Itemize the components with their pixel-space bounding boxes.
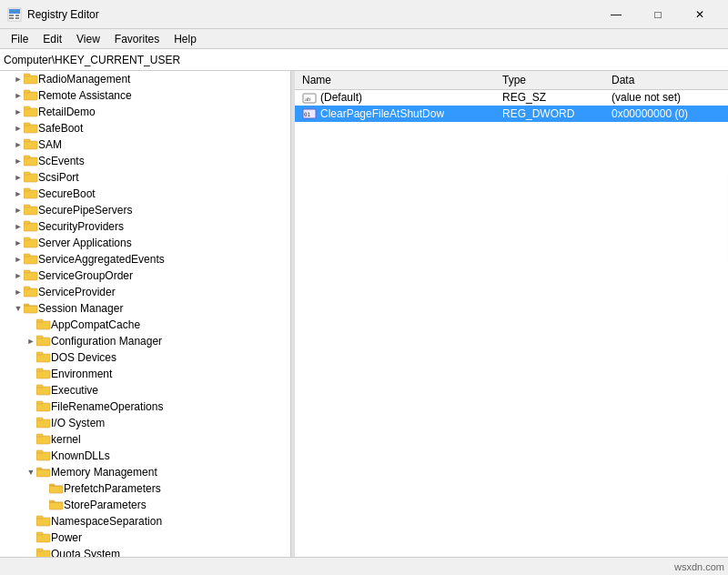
expand-btn-ioSystem[interactable] xyxy=(25,418,36,429)
tree-item-sessionManager[interactable]: ▼ Session Manager xyxy=(0,300,290,317)
folder-icon-serviceAggregatedEvents xyxy=(24,252,38,267)
tree-label-sessionManager: Session Manager xyxy=(38,302,123,315)
expand-btn-sessionManager[interactable]: ▼ xyxy=(13,303,24,314)
svg-rect-49 xyxy=(36,419,50,428)
expand-btn-scEvents[interactable]: ► xyxy=(13,156,24,166)
tree-item-fileRenameOperations[interactable]: FileRenameOperations xyxy=(0,398,290,415)
tree-item-serviceProvider[interactable]: ► ServiceProvider xyxy=(0,284,290,300)
svg-rect-35 xyxy=(24,306,37,313)
table-row[interactable]: ab (Default)REG_SZ(value not set) xyxy=(295,89,728,106)
tree-item-serviceAggregatedEvents[interactable]: ► ServiceAggregatedEvents xyxy=(0,251,290,267)
expand-btn-configurationManager[interactable]: ► xyxy=(25,336,36,347)
minimize-button[interactable]: — xyxy=(595,0,637,29)
tree-item-prefetchParameters[interactable]: PrefetchParameters xyxy=(0,480,290,497)
tree-panel[interactable]: ► RadioManagement► Remote Assistance► Re… xyxy=(0,71,291,557)
tree-label-prefetchParameters: PrefetchParameters xyxy=(64,482,161,495)
expand-btn-sam[interactable]: ► xyxy=(13,139,24,150)
tree-item-ioSystem[interactable]: I/O System xyxy=(0,415,290,431)
svg-rect-30 xyxy=(24,272,37,280)
tree-item-appCompatCache[interactable]: AppCompatCache xyxy=(0,317,290,333)
svg-rect-17 xyxy=(24,156,30,158)
tree-item-executive[interactable]: Executive xyxy=(0,382,290,398)
expand-btn-serverApplications[interactable]: ► xyxy=(13,237,24,248)
expand-btn-securityProviders[interactable]: ► xyxy=(13,221,24,232)
expand-btn-memoryManagement[interactable]: ▼ xyxy=(25,467,36,478)
menu-file[interactable]: File xyxy=(4,31,35,47)
tree-label-safeBoot: SafeBoot xyxy=(38,122,83,135)
expand-btn-power[interactable] xyxy=(25,532,36,543)
expand-btn-serviceGroupOrder[interactable]: ► xyxy=(13,270,24,281)
svg-rect-16 xyxy=(24,157,37,166)
tree-item-memoryManagement[interactable]: ▼ Memory Management xyxy=(0,464,290,480)
expand-btn-quotaSystem[interactable] xyxy=(25,549,36,557)
svg-rect-31 xyxy=(24,270,30,273)
svg-rect-12 xyxy=(24,125,37,133)
expand-btn-retailDemo[interactable]: ► xyxy=(13,106,24,117)
expand-btn-radioManagement[interactable]: ► xyxy=(13,74,24,85)
close-button[interactable]: ✕ xyxy=(679,0,721,29)
table-row[interactable]: 01 ClearPageFileAtShutDowREG_DWORD0x0000… xyxy=(295,106,728,122)
tree-item-remoteAssistance[interactable]: ► Remote Assistance xyxy=(0,87,290,104)
menu-favorites[interactable]: Favorites xyxy=(107,31,167,47)
tree-item-serverApplications[interactable]: ► Server Applications xyxy=(0,235,290,251)
svg-rect-11 xyxy=(24,106,30,109)
cell-type-0: REG_SZ xyxy=(495,89,604,106)
svg-rect-26 xyxy=(24,239,37,247)
tree-label-retailDemo: RetailDemo xyxy=(38,106,96,118)
menu-edit[interactable]: Edit xyxy=(35,31,69,47)
svg-rect-41 xyxy=(36,354,50,362)
tree-item-environment[interactable]: Environment xyxy=(0,366,290,382)
tree-item-radioManagement[interactable]: ► RadioManagement xyxy=(0,71,290,87)
folder-icon-sam xyxy=(24,137,38,153)
svg-rect-2 xyxy=(9,15,14,16)
tree-item-knownDlls[interactable]: KnownDLLs xyxy=(0,448,290,464)
expand-btn-serviceAggregatedEvents[interactable]: ► xyxy=(13,254,24,265)
title-bar: Registry Editor — □ ✕ xyxy=(0,0,728,29)
expand-btn-knownDlls[interactable] xyxy=(25,450,36,461)
tree-item-serviceGroupOrder[interactable]: ► ServiceGroupOrder xyxy=(0,267,290,284)
maximize-button[interactable]: □ xyxy=(637,0,679,29)
svg-rect-32 xyxy=(24,288,37,297)
expand-btn-secureBoot[interactable]: ► xyxy=(13,188,24,199)
expand-btn-storeParameters[interactable] xyxy=(38,499,49,510)
expand-btn-securePipeServers[interactable]: ► xyxy=(13,205,24,216)
svg-rect-45 xyxy=(36,387,50,395)
expand-btn-kernel[interactable] xyxy=(25,434,36,445)
tree-item-scEvents[interactable]: ► ScEvents xyxy=(0,153,290,169)
tree-item-securityProviders[interactable]: ► SecurityProviders xyxy=(0,218,290,235)
tree-item-dosDevices[interactable]: DOS Devices xyxy=(0,349,290,366)
tree-item-retailDemo[interactable]: ► RetailDemo xyxy=(0,104,290,120)
menu-view[interactable]: View xyxy=(69,31,107,47)
folder-icon-scsiPort xyxy=(24,170,38,186)
menu-bar: File Edit View Favorites Help xyxy=(0,29,728,49)
expand-btn-namespaceSeparation[interactable] xyxy=(25,516,36,527)
expand-btn-appCompatCache[interactable] xyxy=(25,319,36,330)
expand-btn-executive[interactable] xyxy=(25,385,36,396)
expand-btn-scsiPort[interactable]: ► xyxy=(13,172,24,183)
tree-item-kernel[interactable]: kernel xyxy=(0,431,290,448)
svg-rect-47 xyxy=(36,403,50,411)
expand-btn-safeBoot[interactable]: ► xyxy=(13,123,24,134)
tree-item-scsiPort[interactable]: ► ScsiPort xyxy=(0,169,290,186)
expand-btn-serviceProvider[interactable]: ► xyxy=(13,287,24,298)
tree-item-storeParameters[interactable]: StoreParameters xyxy=(0,497,290,513)
expand-btn-fileRenameOperations[interactable] xyxy=(25,401,36,412)
folder-icon-appCompatCache xyxy=(36,318,51,333)
tree-item-securePipeServers[interactable]: ► SecurePipeServers xyxy=(0,202,290,218)
svg-rect-19 xyxy=(24,172,30,175)
svg-rect-37 xyxy=(36,321,50,329)
tree-item-sam[interactable]: ► SAM xyxy=(0,136,290,153)
main-area: ► RadioManagement► Remote Assistance► Re… xyxy=(0,71,728,557)
expand-btn-remoteAssistance[interactable]: ► xyxy=(13,90,24,101)
tree-item-configurationManager[interactable]: ► Configuration Manager xyxy=(0,333,290,349)
tree-item-namespaceSeparation[interactable]: NamespaceSeparation xyxy=(0,513,290,530)
tree-item-quotaSystem[interactable]: Quota System xyxy=(0,546,290,557)
expand-btn-prefetchParameters[interactable] xyxy=(38,483,49,494)
tree-item-power[interactable]: Power xyxy=(0,530,290,546)
tree-item-secureBoot[interactable]: ► SecureBoot xyxy=(0,186,290,202)
svg-rect-44 xyxy=(36,368,43,371)
tree-item-safeBoot[interactable]: ► SafeBoot xyxy=(0,120,290,136)
menu-help[interactable]: Help xyxy=(167,31,204,47)
expand-btn-dosDevices[interactable] xyxy=(25,352,36,363)
expand-btn-environment[interactable] xyxy=(25,368,36,379)
